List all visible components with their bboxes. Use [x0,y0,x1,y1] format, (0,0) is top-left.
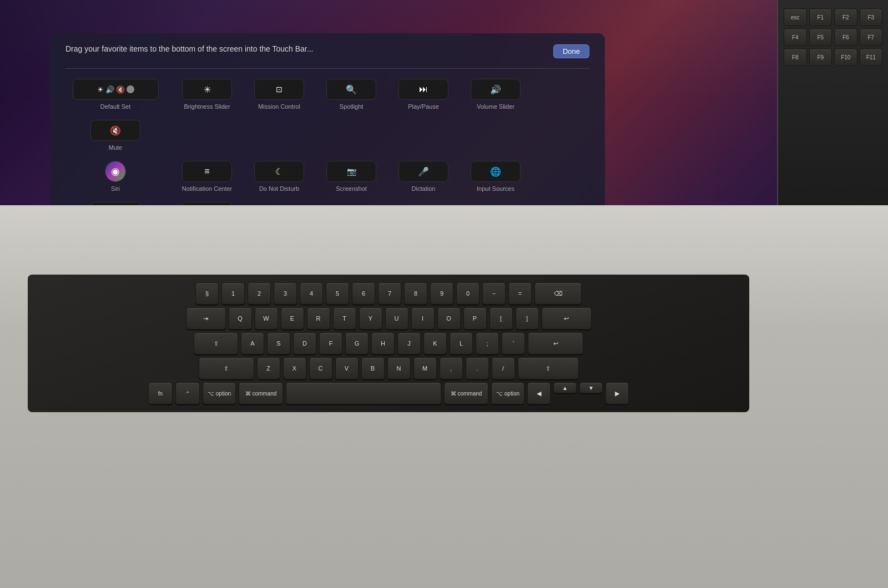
touch-item-play-pause[interactable]: ⏭ Play/Pause [393,79,454,110]
key-minus[interactable]: − [482,282,506,305]
touch-item-volume-label: Volume Slider [477,103,514,110]
key-x[interactable]: X [283,357,306,379]
key-slash[interactable]: / [492,357,515,379]
key-space[interactable] [286,382,441,404]
key-7[interactable]: 7 [378,282,401,305]
key-arrow-up[interactable]: ▲ [553,382,577,393]
key-b[interactable]: B [361,357,385,379]
key-ctrl[interactable]: ⌃ [175,382,200,404]
key-bracket-left[interactable]: [ [490,307,513,330]
key-i[interactable]: I [411,307,435,330]
key-c[interactable]: C [309,357,332,379]
rkey: F7 [860,28,883,46]
touch-item-input-sources[interactable]: 🌐 Input Sources [465,161,526,192]
key-arrow-left[interactable]: ◀ [527,382,551,404]
key-semicolon[interactable]: ; [476,332,499,354]
key-command-left[interactable]: ⌘ command [239,382,283,404]
key-l[interactable]: L [450,332,473,354]
key-g[interactable]: G [345,332,369,354]
right-keyboard-visible: esc F1 F2 F3 F4 F5 F6 F7 F8 F9 F10 F11 [777,0,888,233]
key-r[interactable]: R [307,307,330,330]
key-tab[interactable]: ⇥ [186,307,226,330]
key-bracket-right[interactable]: ] [516,307,539,330]
key-5[interactable]: 5 [326,282,349,305]
key-t[interactable]: T [333,307,356,330]
key-row-zxcv: ⇧ Z X C V B N M , . / ⇧ [38,357,739,379]
key-4[interactable]: 4 [300,282,323,305]
dialog-separator [65,68,589,69]
key-s[interactable]: S [267,332,290,354]
rkey: F1 [809,8,833,26]
rkey: esc [784,8,807,26]
key-y[interactable]: Y [359,307,382,330]
key-2[interactable]: 2 [248,282,271,305]
key-shift-right[interactable]: ⇧ [518,357,579,379]
key-quote[interactable]: ' [502,332,525,354]
touch-item-spotlight-label: Spotlight [340,103,364,110]
key-v[interactable]: V [335,357,359,379]
touch-item-do-not-disturb[interactable]: ☾ Do Not Disturb [249,161,310,192]
key-row-qwerty: ⇥ Q W E R T Y U I O P [ ] ↩ [38,307,739,330]
key-w[interactable]: W [255,307,278,330]
dialog-done-button[interactable]: Done [553,44,589,58]
key-j[interactable]: J [397,332,421,354]
key-fn[interactable]: fn [148,382,173,404]
spotlight-icon: 🔍 [346,84,357,95]
touchbar-customization-dialog: Drag your favorite items to the bottom o… [50,33,605,233]
key-comma[interactable]: , [440,357,463,379]
touch-item-spotlight[interactable]: 🔍 Spotlight [321,79,382,110]
touch-item-mission-control[interactable]: ⊡ Mission Control [249,79,310,110]
key-d[interactable]: D [293,332,316,354]
touch-item-default-set[interactable]: ☀ 🔊 🔇 Default Set [65,79,165,110]
key-q[interactable]: Q [229,307,252,330]
key-m[interactable]: M [413,357,437,379]
key-1[interactable]: 1 [221,282,245,305]
key-shift-left[interactable]: ⇧ [199,357,254,379]
key-h[interactable]: H [371,332,395,354]
key-section[interactable]: § [195,282,219,305]
key-0[interactable]: 0 [456,282,480,305]
key-o[interactable]: O [437,307,461,330]
dialog-instruction: Drag your favorite items to the bottom o… [65,44,313,53]
key-3[interactable]: 3 [274,282,297,305]
key-enter[interactable]: ↩ [542,307,592,330]
key-6[interactable]: 6 [352,282,375,305]
touch-item-dictation-label: Dictation [412,185,436,192]
key-k[interactable]: K [423,332,447,354]
key-backspace[interactable]: ⌫ [534,282,582,305]
key-z[interactable]: Z [257,357,280,379]
key-e[interactable]: E [281,307,304,330]
key-caps-lock[interactable]: ⇪ [194,332,238,354]
key-n[interactable]: N [387,357,411,379]
touch-item-notification-center[interactable]: ≡ Notification Center [176,161,238,192]
touch-item-dictation[interactable]: 🎤 Dictation [393,161,454,192]
key-a[interactable]: A [241,332,264,354]
touch-item-brightness-slider[interactable]: ✳ Brightness Slider [176,79,238,110]
key-9[interactable]: 9 [430,282,453,305]
key-8[interactable]: 8 [404,282,427,305]
volume-icon: 🔊 [490,84,501,95]
rkey: F9 [809,48,833,66]
touch-item-siri-label: Siri [111,185,120,192]
key-arrow-down[interactable]: ▼ [579,382,603,393]
mission-control-icon: ⊡ [276,85,282,94]
touch-item-siri[interactable]: ◉ Siri [65,161,165,192]
key-f[interactable]: F [319,332,342,354]
key-equals[interactable]: = [508,282,532,305]
siri-icon: ◉ [111,165,120,178]
key-period[interactable]: . [466,357,489,379]
key-command-right[interactable]: ⌘ command [444,382,488,404]
touch-item-volume-slider[interactable]: 🔊 Volume Slider [465,79,526,110]
rkey: F2 [834,8,857,26]
key-option-left[interactable]: ⌥ option [203,382,236,404]
key-arrow-right[interactable]: ▶ [606,382,629,404]
touch-item-screenshot[interactable]: 📷 Screenshot [321,161,382,192]
key-enter-2[interactable]: ↩ [528,332,583,354]
touch-item-mission-control-label: Mission Control [258,103,300,110]
key-p[interactable]: P [463,307,487,330]
right-keyboard-keys: esc F1 F2 F3 F4 F5 F6 F7 F8 F9 F10 F11 [778,0,888,74]
rkey: F8 [784,48,807,66]
key-u[interactable]: U [385,307,408,330]
touch-item-mute[interactable]: 🔇 Mute [65,120,165,151]
key-option-right[interactable]: ⌥ option [491,382,524,404]
